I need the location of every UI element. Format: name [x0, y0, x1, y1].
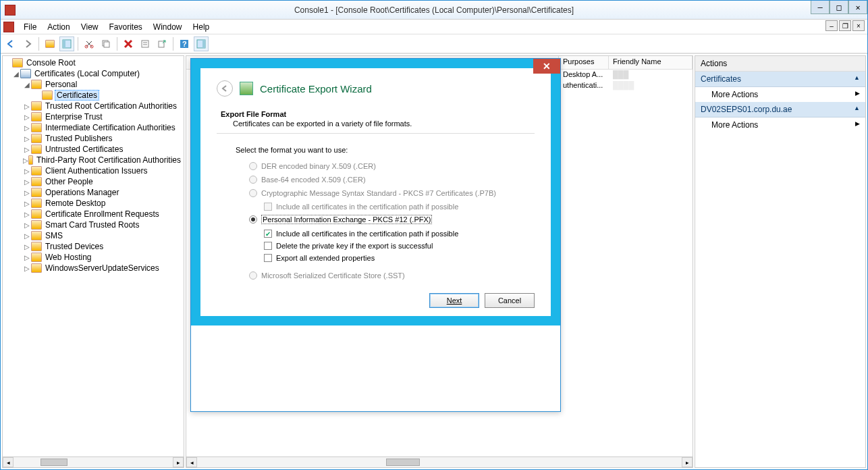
wizard-back-button[interactable]	[217, 80, 233, 97]
next-button[interactable]: Next	[429, 293, 479, 308]
cancel-button[interactable]: Cancel	[485, 293, 535, 308]
collapse-icon[interactable]: ◢	[23, 81, 31, 88]
expand-icon[interactable]: ▷	[23, 232, 31, 240]
expand-icon[interactable]: ▷	[23, 135, 31, 142]
tree-certificates-local[interactable]: ◢ Certificates (Local Computer)	[4, 68, 182, 79]
expand-icon[interactable]: ▷	[23, 167, 31, 175]
tree-folder[interactable]: ▷Operations Manager	[4, 187, 182, 198]
tree-folder[interactable]: ▷Intermediate Certification Authorities	[4, 122, 182, 133]
radio-pfx[interactable]: Personal Information Exchange - PKCS #12…	[249, 215, 535, 224]
titlebar: Console1 - [Console Root\Certificates (L…	[1, 1, 867, 20]
expand-icon[interactable]: ▷	[23, 254, 31, 261]
check-pfx-extended-props[interactable]: Export all extended properties	[264, 254, 535, 262]
scroll-thumb[interactable]	[40, 459, 67, 466]
minimize-button[interactable]: —	[811, 1, 830, 14]
cut-button[interactable]	[82, 36, 97, 51]
menu-help[interactable]: Help	[188, 21, 215, 33]
expand-icon[interactable]: ▷	[23, 243, 31, 251]
expand-icon[interactable]: ▷	[23, 103, 31, 110]
tree-folder[interactable]: ▷Enterprise Trust	[4, 111, 182, 122]
checkbox-icon	[264, 203, 272, 211]
tree-hscrollbar[interactable]: ◂ ▸	[3, 456, 184, 467]
expand-icon[interactable]: ▷	[23, 124, 31, 132]
folder-icon	[31, 242, 42, 251]
tree-folder[interactable]: ▷Web Hosting	[4, 252, 182, 263]
properties-button[interactable]	[138, 36, 153, 51]
scroll-right-button[interactable]: ▸	[682, 457, 693, 467]
scroll-left-button[interactable]: ◂	[3, 457, 13, 467]
tree-folder[interactable]: ▷Trusted Devices	[4, 241, 182, 252]
folder-icon	[31, 112, 42, 122]
collapse-icon[interactable]: ▲	[854, 74, 860, 84]
tree-personal-certificates[interactable]: Certificates	[4, 90, 182, 101]
menubar: File Action View Favorites Window Help –…	[1, 20, 867, 34]
actions-header: Actions	[695, 56, 865, 72]
delete-button[interactable]	[121, 36, 136, 51]
menu-action[interactable]: Action	[42, 21, 75, 33]
show-hide-action-pane-button[interactable]	[194, 36, 209, 51]
folder-icon	[42, 90, 53, 100]
tree-personal[interactable]: ◢ Personal	[4, 79, 182, 90]
folder-icon	[31, 145, 42, 154]
scroll-thumb[interactable]	[386, 459, 420, 466]
col-purposes[interactable]: Purposes	[559, 56, 609, 69]
collapse-icon[interactable]: ◢	[12, 70, 20, 78]
radio-base64: Base-64 encoded X.509 (.CER)	[249, 176, 535, 184]
tree-folder[interactable]: ▷Trusted Root Certification Authorities	[4, 101, 182, 111]
expand-icon[interactable]: ▷	[23, 157, 28, 164]
actions-section-selected-cert[interactable]: DV02SEPS01.corp.du.ae ▲	[695, 102, 865, 118]
actions-more-2[interactable]: More Actions ▶	[695, 118, 865, 132]
tree-folder[interactable]: ▷WindowsServerUpdateServices	[4, 263, 182, 273]
expand-icon[interactable]: ▷	[23, 265, 31, 272]
window-title: Console1 - [Console Root\Certificates (L…	[1, 5, 867, 15]
close-button[interactable]: ✕	[848, 1, 867, 14]
expand-icon[interactable]: ▷	[23, 178, 31, 186]
scroll-left-button[interactable]: ◂	[186, 457, 197, 467]
folder-icon	[31, 123, 42, 132]
check-pfx-include-chain[interactable]: ✔ Include all certificates in the certif…	[264, 230, 535, 238]
expand-icon[interactable]: ▷	[23, 189, 31, 197]
help-button[interactable]: ?	[177, 36, 192, 51]
back-button[interactable]	[3, 36, 18, 51]
wizard-title: Certificate Export Wizard	[260, 83, 372, 95]
tree-root[interactable]: Console Root	[4, 57, 182, 68]
expand-icon[interactable]: ▷	[23, 146, 31, 153]
mdi-restore-button[interactable]: ❐	[839, 20, 851, 31]
expand-icon[interactable]: ▷	[23, 211, 31, 218]
scroll-right-button[interactable]: ▸	[173, 457, 184, 467]
tree-folder[interactable]: ▷Certificate Enrollment Requests	[4, 209, 182, 219]
tree-folder[interactable]: ▷Remote Desktop	[4, 198, 182, 209]
list-hscrollbar[interactable]: ◂ ▸	[186, 456, 693, 467]
up-button[interactable]	[43, 36, 57, 51]
tree-folder[interactable]: ▷Trusted Publishers	[4, 133, 182, 144]
menu-window[interactable]: Window	[148, 21, 188, 33]
maximize-button[interactable]: □	[830, 1, 848, 14]
tree-folder[interactable]: ▷SMS	[4, 230, 182, 241]
expand-icon[interactable]: ▷	[23, 113, 31, 121]
mdi-close-button[interactable]: ×	[852, 20, 865, 31]
actions-more-1[interactable]: More Actions ▶	[695, 87, 865, 102]
folder-icon	[12, 58, 23, 68]
menu-view[interactable]: View	[76, 21, 104, 33]
tree-folder[interactable]: ▷Client Authentication Issuers	[4, 165, 182, 176]
toolbar: ?	[1, 34, 867, 53]
check-pfx-delete-key[interactable]: Delete the private key if the export is …	[264, 242, 535, 250]
tree-folder[interactable]: ▷Third-Party Root Certification Authorit…	[4, 155, 182, 165]
mdi-minimize-button[interactable]: –	[825, 20, 838, 31]
actions-section-certificates[interactable]: Certificates ▲	[695, 72, 865, 87]
export-list-button[interactable]	[155, 36, 169, 51]
expand-icon[interactable]: ▷	[23, 200, 31, 207]
menu-file[interactable]: File	[18, 21, 42, 33]
show-hide-tree-button[interactable]	[59, 36, 74, 51]
expand-icon[interactable]: ▷	[23, 221, 31, 229]
tree-folder[interactable]: ▷Untrusted Certificates	[4, 144, 182, 155]
wizard-close-button[interactable]: ✕	[533, 59, 560, 74]
radio-icon	[249, 189, 257, 197]
menu-favorites[interactable]: Favorites	[104, 21, 148, 33]
tree-folder[interactable]: ▷Smart Card Trusted Roots	[4, 219, 182, 230]
collapse-icon[interactable]: ▲	[854, 105, 860, 114]
forward-button[interactable]	[20, 36, 35, 51]
col-friendly-name[interactable]: Friendly Name	[609, 56, 693, 69]
copy-button[interactable]	[99, 36, 113, 51]
tree-folder[interactable]: ▷Other People	[4, 176, 182, 187]
